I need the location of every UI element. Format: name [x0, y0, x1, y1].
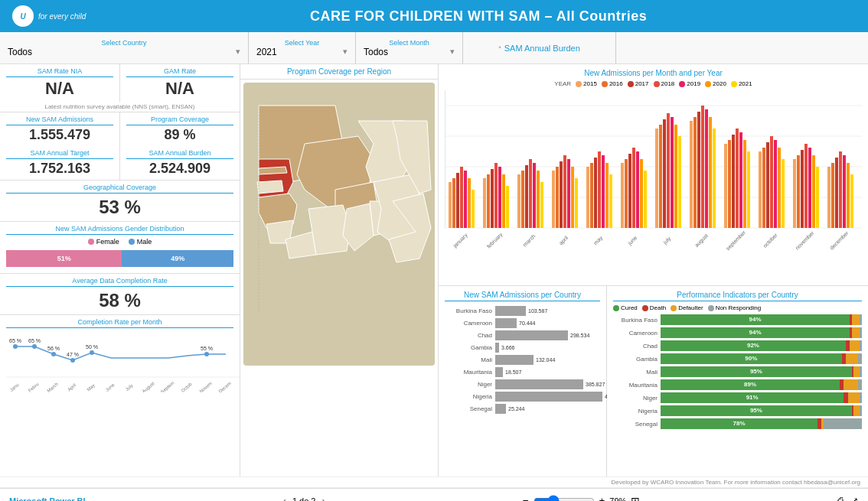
- svg-rect-102: [705, 109, 708, 228]
- svg-rect-79: [594, 158, 597, 228]
- svg-rect-69: [540, 182, 543, 228]
- year-selector[interactable]: Select Year 2021 ▾: [249, 32, 356, 63]
- svg-text:october: october: [762, 232, 778, 249]
- country-bars-container: Burkina Faso103.587Cameroon70.444Chad298…: [445, 306, 600, 414]
- perf-nonresp-segment: [858, 353, 862, 364]
- page-indicator: 1 de 2: [292, 496, 316, 502]
- perf-cured-label: 94%: [749, 327, 762, 338]
- geo-coverage: Geographical Coverage 53 %: [0, 181, 240, 222]
- perf-nonresp-segment: [860, 314, 862, 325]
- logo-text: for every child: [38, 12, 86, 21]
- perf-country-name: Mauritania: [613, 382, 658, 389]
- perf-nonresp-segment: [860, 340, 862, 351]
- svg-rect-121: [801, 150, 804, 228]
- svg-rect-84: [621, 163, 624, 228]
- annual-target-value: 1.752.163: [6, 161, 113, 177]
- perf-nonresp-segment: [860, 327, 862, 338]
- svg-text:june: june: [626, 235, 638, 247]
- svg-point-1: [13, 344, 18, 349]
- svg-rect-92: [659, 125, 662, 228]
- country-name: Mali: [445, 356, 492, 363]
- svg-rect-107: [732, 135, 735, 228]
- svg-text:56 %: 56 %: [47, 346, 60, 351]
- perf-country-name: Chad: [613, 343, 658, 350]
- country-bar-wrap: 3.666: [495, 343, 515, 353]
- perf-bar-container: 92%: [661, 340, 862, 351]
- next-page-button[interactable]: ›: [321, 495, 325, 502]
- share-button[interactable]: ⎙: [837, 495, 844, 502]
- year-chevron-icon: ▾: [343, 47, 348, 57]
- svg-rect-63: [517, 174, 520, 228]
- svg-rect-76: [575, 178, 578, 228]
- gender-legend: Female Male: [6, 238, 233, 246]
- country-bar-row: Cameroon70.444: [445, 318, 600, 328]
- svg-rect-105: [724, 144, 727, 228]
- svg-rect-71: [556, 167, 559, 228]
- gender-section: New SAM Admissions Gender Distribution F…: [0, 222, 240, 274]
- new-admissions-label: New SAM Admissions: [6, 115, 113, 125]
- country-bar-fill: [495, 392, 602, 402]
- svg-text:55 %: 55 %: [201, 346, 213, 351]
- svg-rect-95: [671, 117, 674, 228]
- nonresp-legend: Non Responding: [708, 304, 762, 311]
- new-admissions-cell: New SAM Admissions 1.555.479: [0, 112, 119, 146]
- perf-cured-segment: 89%: [661, 379, 840, 390]
- zoom-slider[interactable]: [534, 495, 595, 502]
- svg-text:65 %: 65 %: [28, 338, 41, 343]
- svg-rect-59: [494, 163, 498, 228]
- perf-cured-segment: 94%: [661, 327, 850, 338]
- geo-label: Geographical Coverage: [6, 184, 233, 194]
- perf-row: Burkina Faso94%: [613, 314, 862, 325]
- svg-text:April: April: [67, 382, 77, 392]
- performance-section: Performance Indicators per Country Cured…: [607, 286, 868, 477]
- svg-text:Janu: Janu: [9, 382, 20, 392]
- svg-rect-65: [525, 165, 528, 228]
- svg-text:65 %: 65 %: [9, 338, 21, 343]
- svg-rect-78: [590, 163, 593, 228]
- svg-rect-131: [847, 163, 850, 228]
- country-name: Nigeria: [445, 393, 492, 400]
- annual-burden-label: SAM Annual Burden: [126, 149, 233, 159]
- zoom-in-button[interactable]: +: [599, 495, 605, 501]
- perf-defaulter-segment: [844, 379, 857, 390]
- svg-rect-124: [812, 155, 815, 228]
- perf-cured-label: 91%: [746, 392, 759, 403]
- svg-text:september: september: [725, 229, 748, 251]
- svg-rect-122: [804, 144, 808, 228]
- svg-rect-127: [831, 163, 834, 228]
- year-2017: 2017: [628, 80, 649, 87]
- fullscreen-button[interactable]: ⊞: [631, 495, 640, 502]
- svg-text:47 %: 47 %: [67, 352, 79, 357]
- country-bar-value: 132.044: [536, 357, 555, 363]
- svg-rect-101: [701, 106, 704, 228]
- svg-text:march: march: [522, 233, 537, 248]
- svg-rect-104: [713, 129, 716, 228]
- perf-cured-segment: 78%: [661, 418, 817, 429]
- footer: Microsoft Power BI ‹ 1 de 2 › − + 79% ⊞ …: [0, 488, 868, 501]
- svg-rect-117: [778, 148, 781, 228]
- country-name: Cameroon: [445, 320, 492, 327]
- svg-rect-60: [498, 167, 501, 228]
- program-coverage-value: 89 %: [126, 127, 233, 143]
- svg-rect-81: [602, 155, 605, 228]
- prev-page-button[interactable]: ‹: [282, 495, 286, 502]
- zoom-controls: − + 79% ⊞: [523, 495, 641, 502]
- svg-rect-96: [674, 125, 677, 228]
- country-bars-title: New SAM Admissions per Country: [445, 291, 600, 301]
- cured-legend: Cured: [613, 304, 638, 311]
- country-bar-fill: [495, 306, 526, 316]
- country-selector[interactable]: Select Country Todos ▾: [0, 32, 249, 63]
- perf-row: Mauritania89%: [613, 379, 862, 390]
- sam-annual-label: SAM Annual Burden: [504, 44, 580, 53]
- female-label: Female: [96, 238, 119, 246]
- expand-button[interactable]: ⤢: [850, 495, 859, 502]
- performance-legend: Cured Death Defaulter Non Responding: [613, 304, 862, 311]
- month-selector[interactable]: Select Month Todos ▾: [356, 32, 463, 63]
- svg-text:August: August: [142, 381, 155, 392]
- west-africa-map: .map-country { stroke: #fff; stroke-widt…: [243, 83, 435, 366]
- power-bi-link[interactable]: Microsoft Power BI: [9, 496, 86, 502]
- zoom-out-button[interactable]: −: [523, 495, 529, 501]
- svg-rect-89: [640, 159, 643, 228]
- perf-bar-container: 94%: [661, 327, 862, 338]
- svg-text:May: May: [86, 383, 96, 392]
